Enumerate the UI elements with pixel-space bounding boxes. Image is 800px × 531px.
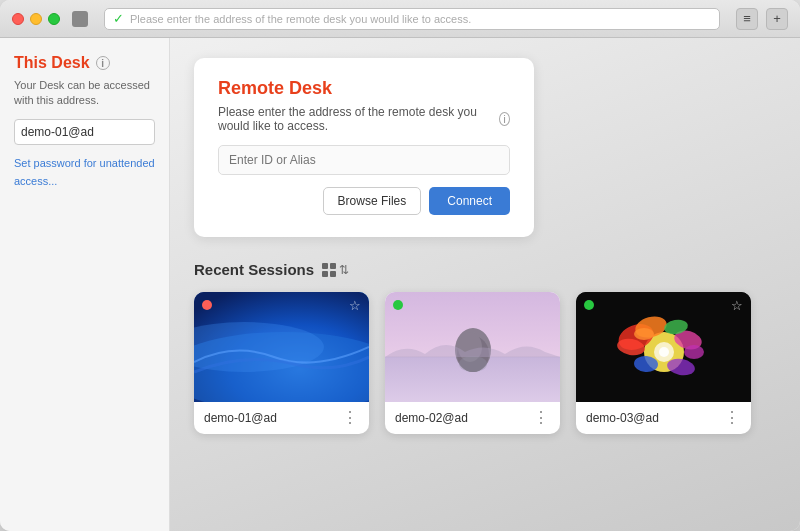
session-menu-1[interactable]: ⋮ <box>342 410 359 426</box>
session-label-2: demo-02@ad <box>395 411 468 425</box>
grid-dot <box>322 263 328 269</box>
recent-sessions-header: Recent Sessions ⇅ <box>194 261 776 278</box>
grid-dot <box>322 271 328 277</box>
set-password-link[interactable]: Set password for unattended access... <box>14 157 155 187</box>
browse-files-button[interactable]: Browse Files <box>323 187 422 215</box>
traffic-lights <box>12 13 60 25</box>
session-card: ☆ demo-01@ad ⋮ <box>194 292 369 434</box>
add-icon: + <box>773 11 781 26</box>
remote-desk-actions: Browse Files Connect <box>218 187 510 215</box>
session-menu-3[interactable]: ⋮ <box>724 410 741 426</box>
grid-dot <box>330 271 336 277</box>
status-dot-red <box>202 300 212 310</box>
sidebar-title: This Desk i <box>14 54 155 72</box>
session-label-1: demo-01@ad <box>204 411 277 425</box>
this-desk-label: This Desk <box>14 54 90 72</box>
grid-sort-button[interactable]: ⇅ <box>322 263 349 277</box>
session-thumbnail-3: ☆ <box>576 292 751 402</box>
session-footer-1: demo-01@ad ⋮ <box>194 402 369 434</box>
status-dot-green <box>393 300 403 310</box>
sessions-grid: ☆ demo-01@ad ⋮ <box>194 292 776 434</box>
maximize-button[interactable] <box>48 13 60 25</box>
sidebar: This Desk i Your Desk can be accessed wi… <box>0 38 170 531</box>
app-window: ✓ Please enter the address of the remote… <box>0 0 800 531</box>
remote-desk-card: Remote Desk Please enter the address of … <box>194 58 534 237</box>
add-button[interactable]: + <box>766 8 788 30</box>
check-icon: ✓ <box>113 11 124 26</box>
recent-sessions-title: Recent Sessions <box>194 261 314 278</box>
session-card: ☆ demo-03@ad ⋮ <box>576 292 751 434</box>
desk-address-input[interactable] <box>14 119 155 145</box>
svg-point-15 <box>634 328 654 340</box>
close-button[interactable] <box>12 13 24 25</box>
info-icon[interactable]: i <box>96 56 110 70</box>
remote-desk-title: Remote Desk <box>218 78 510 99</box>
sort-arrows: ⇅ <box>339 263 349 277</box>
list-view-button[interactable]: ≡ <box>736 8 758 30</box>
star-icon-1[interactable]: ☆ <box>349 298 361 313</box>
search-placeholder: Please enter the address of the remote d… <box>130 13 711 25</box>
remote-desk-description: Please enter the address of the remote d… <box>218 105 510 133</box>
session-footer-3: demo-03@ad ⋮ <box>576 402 751 434</box>
session-footer-2: demo-02@ad ⋮ <box>385 402 560 434</box>
search-bar[interactable]: ✓ Please enter the address of the remote… <box>104 8 720 30</box>
session-label-3: demo-03@ad <box>586 411 659 425</box>
grid-dot <box>330 263 336 269</box>
app-icon <box>72 11 88 27</box>
session-menu-2[interactable]: ⋮ <box>533 410 550 426</box>
svg-point-21 <box>659 347 669 357</box>
svg-point-9 <box>459 356 487 372</box>
svg-point-17 <box>684 345 704 359</box>
status-dot-green-3 <box>584 300 594 310</box>
right-panel: Remote Desk Please enter the address of … <box>170 38 800 531</box>
connect-button[interactable]: Connect <box>429 187 510 215</box>
session-thumbnail-2 <box>385 292 560 402</box>
minimize-button[interactable] <box>30 13 42 25</box>
titlebar: ✓ Please enter the address of the remote… <box>0 0 800 38</box>
session-card: demo-02@ad ⋮ <box>385 292 560 434</box>
remote-id-input[interactable] <box>218 145 510 175</box>
sidebar-description: Your Desk can be accessed with this addr… <box>14 78 155 109</box>
session-thumbnail-1: ☆ <box>194 292 369 402</box>
grid-icon <box>322 263 336 277</box>
remote-info-icon[interactable]: i <box>499 112 510 126</box>
list-icon: ≡ <box>743 11 751 26</box>
star-icon-3[interactable]: ☆ <box>731 298 743 313</box>
main-content: This Desk i Your Desk can be accessed wi… <box>0 38 800 531</box>
